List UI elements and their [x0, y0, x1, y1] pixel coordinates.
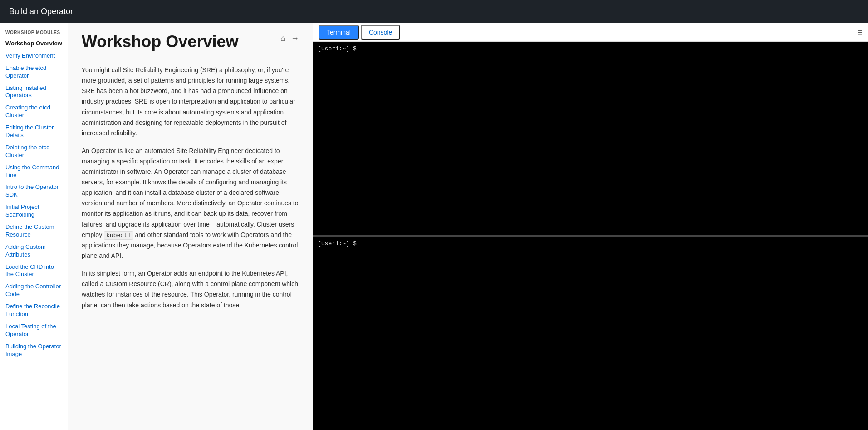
terminal-prompt-0: [user1:~] $	[318, 45, 357, 52]
terminal-tabs-bar: TerminalConsole≡	[313, 23, 868, 42]
sidebar: WORKSHOP MODULES Workshop OverviewVerify…	[0, 23, 68, 430]
paragraph-0: You might call Site Reliability Engineer…	[82, 65, 299, 138]
sidebar-item-load-crd-cluster[interactable]: Load the CRD into the Cluster	[0, 261, 68, 281]
sidebar-item-adding-custom-attributes[interactable]: Adding Custom Attributes	[0, 241, 68, 261]
page-title: Workshop Overview	[82, 32, 299, 51]
sidebar-item-building-operator-image[interactable]: Building the Operator Image	[0, 341, 68, 361]
content-paragraphs: You might call Site Reliability Engineer…	[82, 65, 299, 310]
kubectl-code: kubectl	[104, 231, 133, 240]
terminal-2[interactable]: [user1:~] $	[313, 235, 868, 430]
sidebar-item-workshop-overview[interactable]: Workshop Overview	[0, 38, 68, 50]
terminal-1[interactable]: [user1:~] $	[313, 42, 868, 235]
sidebar-item-verify-environment[interactable]: Verify Environment	[0, 50, 68, 62]
sidebar-item-local-testing-operator[interactable]: Local Testing of the Operator	[0, 321, 68, 341]
console-tab[interactable]: Console	[361, 25, 400, 40]
sidebar-item-define-reconcile-function[interactable]: Define the Reconcile Function	[0, 301, 68, 321]
sidebar-item-using-command-line[interactable]: Using the Command Line	[0, 162, 68, 182]
paragraph-1: An Operator is like an automated Site Re…	[82, 146, 299, 261]
sidebar-item-define-custom-resource[interactable]: Define the Custom Resource	[0, 221, 68, 241]
home-icon[interactable]: ⌂	[280, 34, 285, 43]
app-title: Build an Operator	[9, 7, 73, 16]
sidebar-item-adding-controller-code[interactable]: Adding the Controller Code	[0, 281, 68, 301]
sidebar-item-deleting-etcd-cluster[interactable]: Deleting the etcd Cluster	[0, 142, 68, 162]
content-panel: ⌂ → Workshop Overview You might call Sit…	[68, 23, 313, 430]
sidebar-item-enable-etcd-operator[interactable]: Enable the etcd Operator	[0, 62, 68, 82]
paragraph-2: In its simplest form, an Operator adds a…	[82, 268, 299, 310]
terminal-panel: TerminalConsole≡ [user1:~] $[user1:~] $	[313, 23, 868, 430]
terminal-tab[interactable]: Terminal	[319, 25, 359, 40]
sidebar-item-listing-installed-operators[interactable]: Listing Installed Operators	[0, 82, 68, 102]
main-layout: WORKSHOP MODULES Workshop OverviewVerify…	[0, 23, 868, 430]
sidebar-item-intro-operator-sdk[interactable]: Intro to the Operator SDK	[0, 181, 68, 201]
next-icon[interactable]: →	[291, 34, 299, 43]
sidebar-item-editing-cluster-details[interactable]: Editing the Cluster Details	[0, 122, 68, 142]
sidebar-section-label: WORKSHOP MODULES	[0, 28, 68, 38]
terminal-prompt-1: [user1:~] $	[318, 240, 357, 247]
header: Build an Operator	[0, 0, 868, 23]
terminals: [user1:~] $[user1:~] $	[313, 42, 868, 430]
nav-icons: ⌂ →	[280, 34, 299, 43]
sidebar-item-creating-etcd-cluster[interactable]: Creating the etcd Cluster	[0, 102, 68, 122]
sidebar-item-initial-project-scaffolding[interactable]: Initial Project Scaffolding	[0, 201, 68, 221]
terminal-menu-icon[interactable]: ≡	[857, 28, 863, 37]
